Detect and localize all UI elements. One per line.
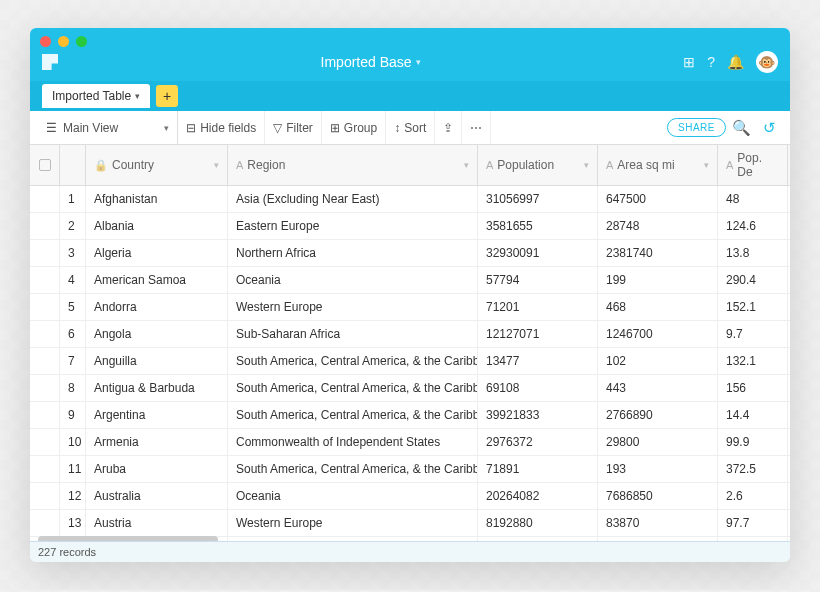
search-icon[interactable]: 🔍 xyxy=(726,119,757,137)
cell-country[interactable]: Andorra xyxy=(86,294,228,320)
row-checkbox[interactable] xyxy=(30,375,60,401)
cell-country[interactable]: American Samoa xyxy=(86,267,228,293)
table-row[interactable]: 12AustraliaOceania2026408276868502.6 xyxy=(30,483,790,510)
cell-area[interactable]: 468 xyxy=(598,294,718,320)
table-row[interactable]: 7AnguillaSouth America, Central America,… xyxy=(30,348,790,375)
cell-population[interactable]: 69108 xyxy=(478,375,598,401)
cell-country[interactable]: Australia xyxy=(86,483,228,509)
cell-region[interactable]: Western Europe xyxy=(228,510,478,536)
table-row[interactable]: 8Antigua & BarbudaSouth America, Central… xyxy=(30,375,790,402)
cell-region[interactable]: Western Europe xyxy=(228,294,478,320)
avatar[interactable]: 🐵 xyxy=(756,51,778,73)
cell-area[interactable]: 83870 xyxy=(598,510,718,536)
cell-country[interactable]: Anguilla xyxy=(86,348,228,374)
table-row[interactable]: 5AndorraWestern Europe71201468152.1 xyxy=(30,294,790,321)
cell-region[interactable]: Asia (Excluding Near East) xyxy=(228,186,478,212)
tab-imported-table[interactable]: Imported Table ▾ xyxy=(42,84,150,108)
cell-density[interactable]: 152.1 xyxy=(718,294,788,320)
column-region[interactable]: ARegion▾ xyxy=(228,145,478,185)
table-row[interactable]: 10ArmeniaCommonwealth of Independent Sta… xyxy=(30,429,790,456)
cell-density[interactable]: 2.6 xyxy=(718,483,788,509)
cell-country[interactable]: Algeria xyxy=(86,240,228,266)
cell-country[interactable]: Aruba xyxy=(86,456,228,482)
row-checkbox[interactable] xyxy=(30,240,60,266)
close-button[interactable] xyxy=(40,36,51,47)
cell-country[interactable]: Afghanistan xyxy=(86,186,228,212)
cell-country[interactable]: Argentina xyxy=(86,402,228,428)
more-button[interactable]: ⋯ xyxy=(462,111,491,144)
share-action-button[interactable]: ⇪ xyxy=(435,111,462,144)
cell-area[interactable]: 28748 xyxy=(598,213,718,239)
cell-country[interactable]: Angola xyxy=(86,321,228,347)
bell-icon[interactable]: 🔔 xyxy=(727,54,744,70)
group-button[interactable]: ⊞Group xyxy=(322,111,386,144)
row-checkbox[interactable] xyxy=(30,213,60,239)
maximize-button[interactable] xyxy=(76,36,87,47)
minimize-button[interactable] xyxy=(58,36,69,47)
cell-density[interactable]: 99.9 xyxy=(718,429,788,455)
cell-region[interactable]: South America, Central America, & the Ca… xyxy=(228,348,478,374)
cell-population[interactable]: 20264082 xyxy=(478,483,598,509)
cell-population[interactable]: 57794 xyxy=(478,267,598,293)
table-row[interactable]: 3AlgeriaNorthern Africa32930091238174013… xyxy=(30,240,790,267)
table-row[interactable]: 2AlbaniaEastern Europe358165528748124.6 xyxy=(30,213,790,240)
base-title[interactable]: Imported Base ▾ xyxy=(321,54,421,70)
table-row[interactable]: 13AustriaWestern Europe81928808387097.7 xyxy=(30,510,790,537)
cell-population[interactable]: 2976372 xyxy=(478,429,598,455)
cell-area[interactable]: 199 xyxy=(598,267,718,293)
cell-population[interactable]: 3581655 xyxy=(478,213,598,239)
cell-density[interactable]: 13.8 xyxy=(718,240,788,266)
cell-region[interactable]: Eastern Europe xyxy=(228,213,478,239)
cell-area[interactable]: 1246700 xyxy=(598,321,718,347)
row-checkbox[interactable] xyxy=(30,348,60,374)
cell-density[interactable]: 48 xyxy=(718,186,788,212)
add-table-button[interactable]: + xyxy=(156,85,178,107)
row-checkbox[interactable] xyxy=(30,456,60,482)
cell-population[interactable]: 8192880 xyxy=(478,510,598,536)
cell-density[interactable]: 290.4 xyxy=(718,267,788,293)
apps-icon[interactable]: ⊞ xyxy=(683,54,695,70)
row-checkbox[interactable] xyxy=(30,429,60,455)
cell-density[interactable]: 97.7 xyxy=(718,510,788,536)
row-checkbox[interactable] xyxy=(30,321,60,347)
share-button[interactable]: SHARE xyxy=(667,118,726,137)
table-row[interactable]: 9ArgentinaSouth America, Central America… xyxy=(30,402,790,429)
cell-region[interactable]: South America, Central America, & the Ca… xyxy=(228,375,478,401)
table-row[interactable]: 6AngolaSub-Saharan Africa121270711246700… xyxy=(30,321,790,348)
history-icon[interactable]: ↺ xyxy=(757,119,782,137)
cell-area[interactable]: 102 xyxy=(598,348,718,374)
cell-population[interactable]: 12127071 xyxy=(478,321,598,347)
cell-area[interactable]: 443 xyxy=(598,375,718,401)
table-row[interactable]: 4American SamoaOceania57794199290.4 xyxy=(30,267,790,294)
cell-area[interactable]: 647500 xyxy=(598,186,718,212)
row-checkbox[interactable] xyxy=(30,402,60,428)
row-checkbox[interactable] xyxy=(30,294,60,320)
cell-region[interactable]: Oceania xyxy=(228,483,478,509)
cell-region[interactable]: South America, Central America, & the Ca… xyxy=(228,402,478,428)
cell-region[interactable]: Sub-Saharan Africa xyxy=(228,321,478,347)
cell-population[interactable]: 32930091 xyxy=(478,240,598,266)
cell-region[interactable]: Commonwealth of Independent States xyxy=(228,429,478,455)
cell-population[interactable]: 31056997 xyxy=(478,186,598,212)
column-density[interactable]: APop. De xyxy=(718,145,788,185)
cell-region[interactable]: Oceania xyxy=(228,267,478,293)
cell-density[interactable]: 124.6 xyxy=(718,213,788,239)
cell-country[interactable]: Armenia xyxy=(86,429,228,455)
cell-density[interactable]: 14.4 xyxy=(718,402,788,428)
hide-fields-button[interactable]: ⊟Hide fields xyxy=(178,111,265,144)
cell-population[interactable]: 13477 xyxy=(478,348,598,374)
column-area[interactable]: AArea sq mi▾ xyxy=(598,145,718,185)
cell-region[interactable]: South America, Central America, & the Ca… xyxy=(228,456,478,482)
cell-density[interactable]: 156 xyxy=(718,375,788,401)
cell-area[interactable]: 29800 xyxy=(598,429,718,455)
column-country[interactable]: 🔒Country▾ xyxy=(86,145,228,185)
row-checkbox[interactable] xyxy=(30,510,60,536)
help-icon[interactable]: ? xyxy=(707,54,715,70)
column-population[interactable]: APopulation▾ xyxy=(478,145,598,185)
row-checkbox[interactable] xyxy=(30,267,60,293)
filter-button[interactable]: ▽Filter xyxy=(265,111,322,144)
cell-population[interactable]: 39921833 xyxy=(478,402,598,428)
cell-population[interactable]: 71891 xyxy=(478,456,598,482)
cell-area[interactable]: 7686850 xyxy=(598,483,718,509)
cell-country[interactable]: Austria xyxy=(86,510,228,536)
